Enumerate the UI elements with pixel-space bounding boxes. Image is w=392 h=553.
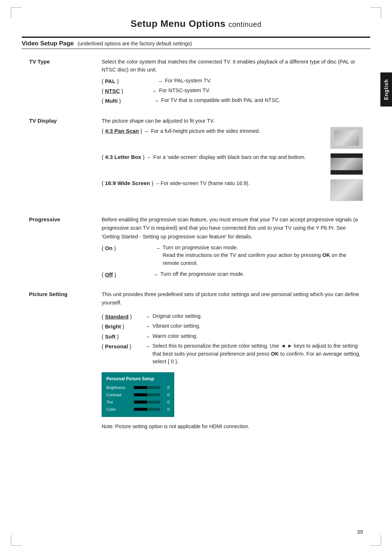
tv-display-letter-box: { 4:3 Letter Box } – For a 'wide-screen'… bbox=[102, 153, 363, 175]
picture-setting-desc: This unit provides three predefined sets… bbox=[102, 290, 363, 307]
panel-contrast-label: Contrast bbox=[106, 392, 132, 398]
panel-brightness-value: 0 bbox=[162, 385, 170, 391]
tv-image-pan-scan bbox=[330, 127, 363, 149]
picture-setting-note: Note: Picture setting option is not appl… bbox=[102, 423, 363, 430]
tv-display-desc: The picture shape can be adjusted to fit… bbox=[102, 117, 363, 125]
panel-tint-label: Tint bbox=[106, 399, 132, 405]
content-area: TV Type Select the color system that mat… bbox=[22, 58, 370, 430]
picture-bright: { Bright } – Vibrant color setting. bbox=[102, 322, 363, 331]
tv-type-desc: Select the color system that matches the… bbox=[102, 58, 363, 74]
personal-picture-panel: Personal Picture Setup Brightness 0 Cont… bbox=[102, 372, 174, 417]
continued-label: continued bbox=[228, 20, 261, 28]
panel-brightness-row: Brightness 0 bbox=[106, 385, 170, 391]
tv-display-content: The picture shape can be adjusted to fit… bbox=[102, 117, 363, 205]
progressive-desc: Before enabling the progressive scan fea… bbox=[102, 216, 363, 241]
panel-tint-bar bbox=[134, 401, 160, 404]
picture-setting-options: { Standard } – Original color setting. {… bbox=[102, 312, 363, 367]
picture-soft: { Soft } – Warm color setting. bbox=[102, 332, 363, 341]
panel-tint-value: 0 bbox=[162, 399, 170, 405]
picture-standard: { Standard } – Original color setting. bbox=[102, 312, 363, 321]
panel-color-label: Color bbox=[106, 406, 132, 413]
progressive-label: Progressive bbox=[29, 216, 102, 222]
panel-brightness-bar bbox=[134, 386, 160, 389]
tv-display-pan-scan: { 4:3 Pan Scan } – For a full-height pic… bbox=[102, 127, 363, 149]
personal-panel-title: Personal Picture Setup bbox=[106, 376, 170, 382]
progressive-on: { On } – Turn on progressive scan mode.R… bbox=[102, 244, 363, 267]
tv-image-letter-box bbox=[330, 153, 363, 175]
tv-type-option-ntsc: { NTSC } – For NTSC-system TV. bbox=[102, 87, 363, 95]
panel-color-row: Color 0 bbox=[106, 406, 170, 413]
panel-brightness-label: Brightness bbox=[106, 385, 132, 391]
tv-type-options: { PAL } – For PAL-system TV. { NTSC } – … bbox=[102, 77, 363, 105]
picture-personal: { Personal } – Select this to personaliz… bbox=[102, 342, 363, 366]
tv-type-label: TV Type bbox=[29, 58, 102, 65]
tv-type-option-pal: { PAL } – For PAL-system TV. bbox=[102, 77, 363, 85]
picture-setting-row: Picture Setting This unit provides three… bbox=[29, 290, 363, 430]
tv-display-row: TV Display The picture shape can be adju… bbox=[29, 117, 363, 205]
tv-type-content: Select the color system that matches the… bbox=[102, 58, 363, 107]
picture-setting-label: Picture Setting bbox=[29, 290, 102, 297]
tv-image-wide-screen bbox=[330, 179, 363, 201]
section-header: Video Setup Page (underlined options are… bbox=[22, 37, 370, 49]
page-number: 39 bbox=[357, 529, 363, 535]
panel-contrast-value: 0 bbox=[162, 392, 170, 398]
panel-contrast-bar bbox=[134, 393, 160, 396]
panel-color-value: 0 bbox=[162, 406, 170, 413]
picture-setting-layout: { Standard } – Original color setting. {… bbox=[102, 309, 363, 417]
tv-type-row: TV Type Select the color system that mat… bbox=[29, 58, 363, 107]
progressive-content: Before enabling the progressive scan fea… bbox=[102, 216, 363, 280]
tv-display-wide-screen: { 16:9 Wide Screen } – For wide-screen T… bbox=[102, 179, 363, 201]
tv-display-label: TV Display bbox=[29, 117, 102, 124]
progressive-row: Progressive Before enabling the progress… bbox=[29, 216, 363, 280]
panel-contrast-row: Contrast 0 bbox=[106, 392, 170, 398]
progressive-off: { Off } – Turn off the progressive scan … bbox=[102, 270, 363, 279]
progressive-options: { On } – Turn on progressive scan mode.R… bbox=[102, 244, 363, 279]
section-title: Video Setup Page bbox=[22, 40, 74, 47]
tv-type-option-multi: { Multi } – For TV that is compatible wi… bbox=[102, 97, 363, 105]
panel-color-bar bbox=[134, 408, 160, 411]
picture-setting-content: This unit provides three predefined sets… bbox=[102, 290, 363, 430]
page-title: Setup Menu Options continued bbox=[22, 18, 370, 29]
panel-tint-row: Tint 0 bbox=[106, 399, 170, 405]
section-subtitle: (underlined options are the factory defa… bbox=[78, 41, 192, 46]
